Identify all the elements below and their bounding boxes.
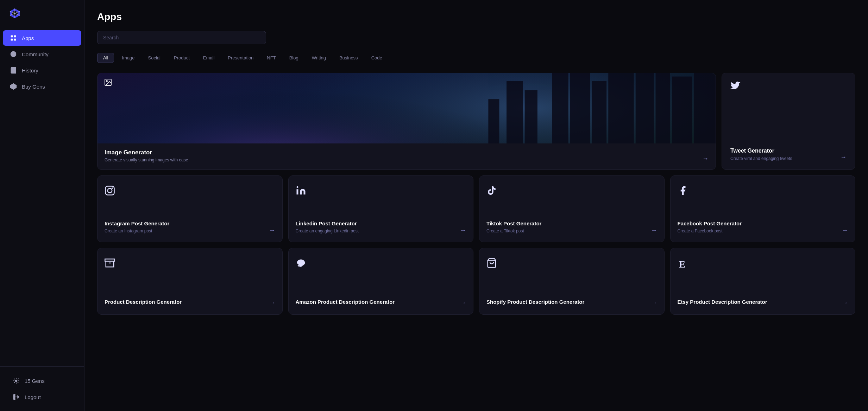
- svg-rect-26: [488, 99, 499, 143]
- sidebar-item-buy-gens[interactable]: Buy Gens: [3, 79, 81, 94]
- etsy-card-arrow: →: [842, 299, 848, 307]
- sidebar-item-gens[interactable]: 15 Gens: [6, 373, 78, 388]
- tweet-card-text: Tweet Generator Create viral and engagin…: [730, 148, 792, 161]
- linkedin-card-title: Linkedin Post Generator: [296, 220, 359, 227]
- sidebar-item-logout[interactable]: Logout: [6, 389, 78, 405]
- instagram-card-arrow: →: [269, 227, 275, 234]
- product-desc-card-arrow: →: [269, 299, 275, 307]
- svg-rect-33: [106, 186, 114, 195]
- app-card-instagram[interactable]: Instagram Post Generator Create an Insta…: [97, 175, 283, 242]
- svg-rect-25: [507, 81, 523, 143]
- diamond-icon: [10, 83, 17, 90]
- facebook-card-bottom: Facebook Post Generator Create a Faceboo…: [678, 220, 848, 234]
- svg-rect-20: [636, 73, 654, 143]
- app-card-tweet-generator[interactable]: Tweet Generator Create viral and engagin…: [722, 73, 855, 170]
- filter-tab-email[interactable]: Email: [197, 53, 220, 63]
- tweet-card-arrow-icon: →: [840, 154, 847, 161]
- svg-rect-24: [525, 90, 537, 143]
- amazon-card-arrow: →: [460, 299, 466, 307]
- filter-tabs: All Image Social Product Email Presentat…: [97, 53, 855, 63]
- instagram-card-subtitle: Create an Instagram post: [105, 228, 169, 234]
- page-title: Apps: [97, 11, 855, 23]
- svg-rect-6: [14, 36, 16, 38]
- facebook-icon: [678, 184, 692, 198]
- app-card-linkedin[interactable]: Linkedin Post Generator Create an engagi…: [288, 175, 474, 242]
- svg-text:E: E: [679, 259, 685, 269]
- app-card-shopify[interactable]: Shopify Product Description Generator →: [479, 248, 665, 315]
- tiktok-card-title: Tiktok Post Generator: [486, 220, 541, 227]
- featured-card-subtitle: Generate visually stunning images with e…: [105, 158, 188, 162]
- amazon-card-title: Amazon Product Description Generator: [296, 298, 395, 306]
- svg-marker-10: [11, 84, 17, 90]
- svg-point-37: [296, 186, 298, 188]
- amazon-card-bottom: Amazon Product Description Generator →: [296, 298, 466, 307]
- tweet-card-title: Tweet Generator: [730, 148, 792, 154]
- filter-tab-code[interactable]: Code: [366, 53, 388, 63]
- box-icon: [105, 256, 119, 270]
- filter-tab-presentation[interactable]: Presentation: [222, 53, 259, 63]
- app-card-facebook[interactable]: Facebook Post Generator Create a Faceboo…: [670, 175, 856, 242]
- globe-icon: [10, 51, 17, 58]
- sidebar-item-apps[interactable]: Apps: [3, 30, 81, 46]
- instagram-icon: [105, 184, 119, 198]
- svg-rect-7: [11, 39, 13, 41]
- twitter-icon: [730, 82, 741, 94]
- product-desc-card-title: Product Description Generator: [105, 298, 182, 306]
- search-input[interactable]: [97, 31, 266, 44]
- sidebar-item-community[interactable]: Community: [3, 46, 81, 62]
- app-card-etsy[interactable]: E Etsy Product Description Generator →: [670, 248, 856, 315]
- instagram-card-title: Instagram Post Generator: [105, 220, 169, 227]
- instagram-card-text: Instagram Post Generator Create an Insta…: [105, 220, 169, 234]
- filter-tab-all[interactable]: All: [97, 53, 114, 63]
- svg-point-34: [108, 188, 112, 193]
- sidebar-gens-label: 15 Gens: [25, 378, 45, 384]
- filter-tab-product[interactable]: Product: [168, 53, 195, 63]
- apps-row-product: Product Description Generator → Amazon P…: [97, 248, 855, 315]
- app-card-product-desc[interactable]: Product Description Generator →: [97, 248, 283, 315]
- svg-point-32: [106, 81, 107, 82]
- facebook-card-title: Facebook Post Generator: [678, 220, 742, 227]
- etsy-icon: E: [678, 256, 692, 270]
- grid-icon: [10, 34, 17, 41]
- app-card-image-generator[interactable]: Image Generator Generate visually stunni…: [97, 73, 716, 170]
- linkedin-card-text: Linkedin Post Generator Create an engagi…: [296, 220, 359, 234]
- svg-point-35: [112, 187, 113, 189]
- sidebar-nav: Apps Community History Buy Gens: [0, 27, 84, 366]
- shopify-icon: [486, 256, 501, 270]
- sidebar-item-apps-label: Apps: [22, 35, 34, 41]
- tweet-card-footer: Tweet Generator Create viral and engagin…: [730, 148, 847, 161]
- tiktok-icon: [486, 184, 501, 198]
- sidebar-item-history[interactable]: History: [3, 63, 81, 78]
- sidebar-item-history-label: History: [22, 68, 38, 73]
- tiktok-card-subtitle: Create a Tiktok post: [486, 228, 541, 234]
- featured-card-background: [98, 73, 716, 143]
- tiktok-card-bottom: Tiktok Post Generator Create a Tiktok po…: [486, 220, 657, 234]
- search-bar: [97, 31, 266, 44]
- svg-rect-17: [570, 73, 590, 143]
- tiktok-card-arrow: →: [651, 227, 657, 234]
- filter-tab-nft[interactable]: NFT: [261, 53, 281, 63]
- svg-rect-23: [694, 73, 716, 143]
- filter-tab-image[interactable]: Image: [116, 53, 140, 63]
- app-card-tiktok[interactable]: Tiktok Post Generator Create a Tiktok po…: [479, 175, 665, 242]
- filter-tab-writing[interactable]: Writing: [306, 53, 332, 63]
- app-logo-icon: [8, 7, 21, 20]
- shopify-card-arrow: →: [651, 299, 657, 307]
- amazon-card-text: Amazon Product Description Generator: [296, 298, 395, 307]
- tweet-card-header: [730, 82, 847, 94]
- filter-tab-social[interactable]: Social: [143, 53, 166, 63]
- svg-rect-22: [672, 77, 692, 143]
- facebook-card-text: Facebook Post Generator Create a Faceboo…: [678, 220, 742, 234]
- shopify-card-title: Shopify Product Description Generator: [486, 298, 584, 306]
- linkedin-card-subtitle: Create an engaging Linkedin post: [296, 228, 359, 234]
- amazon-icon: [296, 256, 310, 270]
- app-card-amazon[interactable]: Amazon Product Description Generator →: [288, 248, 474, 315]
- filter-tab-blog[interactable]: Blog: [284, 53, 304, 63]
- filter-tab-business[interactable]: Business: [334, 53, 364, 63]
- svg-rect-5: [11, 36, 13, 38]
- instagram-card-bottom: Instagram Post Generator Create an Insta…: [105, 220, 275, 234]
- book-icon: [10, 67, 17, 74]
- svg-point-11: [15, 380, 17, 382]
- product-desc-card-bottom: Product Description Generator →: [105, 298, 275, 307]
- etsy-card-bottom: Etsy Product Description Generator →: [678, 298, 848, 307]
